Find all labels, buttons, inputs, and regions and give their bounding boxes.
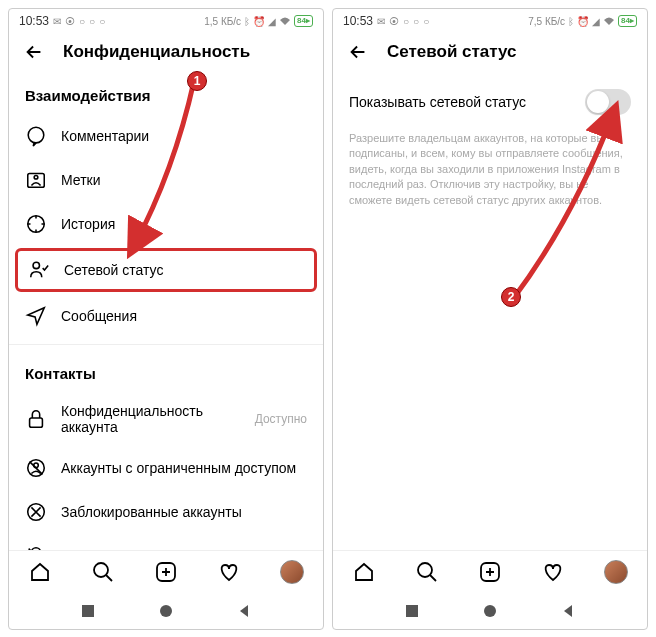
item-blocked[interactable]: Заблокированные аккаунты — [9, 490, 323, 534]
android-navbar — [9, 593, 323, 629]
tab-create[interactable] — [477, 559, 503, 585]
nav-back[interactable] — [560, 603, 576, 619]
tab-profile[interactable] — [279, 559, 305, 585]
signal-icon: ◢ — [592, 16, 600, 27]
wifi-icon — [603, 16, 615, 26]
bluetooth-icon: ᛒ — [568, 16, 574, 27]
annotation-badge-1: 1 — [187, 71, 207, 91]
status-dot-icon: ⦿ — [389, 16, 399, 27]
sms-icon: ✉ — [377, 16, 385, 27]
item-label: Метки — [61, 172, 101, 188]
phone-left: 10:53 ✉ ⦿ ○ ○ ○ 1,5 КБ/с ᛒ ⏰ ◢ 84▸ Конфи… — [8, 8, 324, 630]
bottom-tabs — [9, 550, 323, 593]
svg-rect-5 — [30, 418, 43, 427]
toggle-description: Разрешите владельцам аккаунтов, на котор… — [333, 127, 647, 212]
item-activity-status[interactable]: Сетевой статус — [15, 248, 317, 292]
toggle-knob — [587, 91, 609, 113]
svg-point-4 — [33, 262, 39, 268]
item-label: Заблокированные аккаунты — [61, 504, 242, 520]
wifi-icon — [279, 16, 291, 26]
messages-icon — [25, 305, 47, 327]
avatar — [604, 560, 628, 584]
back-button[interactable] — [347, 41, 369, 63]
alarm-icon: ⏰ — [253, 16, 265, 27]
item-label: Комментарии — [61, 128, 149, 144]
nav-home[interactable] — [482, 603, 498, 619]
status-dot-icon: ○ — [79, 16, 85, 27]
battery-icon: 84▸ — [294, 15, 313, 27]
item-label: Аккаунты с ограниченным доступом — [61, 460, 296, 476]
divider — [9, 344, 323, 345]
svg-rect-11 — [82, 605, 94, 617]
toggle-switch[interactable] — [585, 89, 631, 115]
blocked-icon — [25, 501, 47, 523]
annotation-badge-2: 2 — [501, 287, 521, 307]
svg-point-2 — [34, 175, 38, 179]
restricted-icon — [25, 457, 47, 479]
alarm-icon: ⏰ — [577, 16, 589, 27]
item-label: Конфиденциальность аккаунта — [61, 403, 241, 435]
item-privacy[interactable]: Конфиденциальность аккаунта Доступно — [9, 392, 323, 446]
activity-icon — [28, 259, 50, 281]
item-restricted[interactable]: Аккаунты с ограниченным доступом — [9, 446, 323, 490]
tab-profile[interactable] — [603, 559, 629, 585]
statusbar: 10:53 ✉ ⦿ ○ ○ ○ 1,5 КБ/с ᛒ ⏰ ◢ 84▸ — [9, 9, 323, 31]
item-tags[interactable]: Метки — [9, 158, 323, 202]
page-title: Конфиденциальность — [63, 42, 250, 62]
status-dot-icon: ○ — [413, 16, 419, 27]
history-icon — [25, 213, 47, 235]
back-button[interactable] — [23, 41, 45, 63]
item-muted[interactable]: Аккаунты в немом режиме — [9, 534, 323, 550]
svg-point-12 — [160, 605, 172, 617]
status-dot-icon: ○ — [403, 16, 409, 27]
bottom-tabs — [333, 550, 647, 593]
page-title: Сетевой статус — [387, 42, 517, 62]
toggle-label: Показывать сетевой статус — [349, 94, 526, 110]
toggle-row-activity-status: Показывать сетевой статус — [333, 73, 647, 127]
comment-icon — [25, 125, 47, 147]
tab-activity[interactable] — [540, 559, 566, 585]
tab-home[interactable] — [27, 559, 53, 585]
status-dot-icon: ○ — [99, 16, 105, 27]
svg-point-0 — [28, 127, 44, 143]
nav-recent[interactable] — [404, 603, 420, 619]
android-navbar — [333, 593, 647, 629]
status-dot-icon: ○ — [423, 16, 429, 27]
status-time: 10:53 — [343, 14, 373, 28]
item-label: Сетевой статус — [64, 262, 163, 278]
nav-recent[interactable] — [80, 603, 96, 619]
item-comments[interactable]: Комментарии — [9, 114, 323, 158]
content: Показывать сетевой статус Разрешите влад… — [333, 73, 647, 550]
section-interactions: Взаимодействия — [9, 73, 323, 114]
bluetooth-icon: ᛒ — [244, 16, 250, 27]
item-label: История — [61, 216, 115, 232]
battery-icon: 84▸ — [618, 15, 637, 27]
nav-back[interactable] — [236, 603, 252, 619]
item-history[interactable]: История — [9, 202, 323, 246]
nav-home[interactable] — [158, 603, 174, 619]
signal-icon: ◢ — [268, 16, 276, 27]
sms-icon: ✉ — [53, 16, 61, 27]
statusbar: 10:53 ✉ ⦿ ○ ○ ○ 7,5 КБ/с ᛒ ⏰ ◢ 84▸ — [333, 9, 647, 31]
tab-home[interactable] — [351, 559, 377, 585]
status-dot-icon: ⦿ — [65, 16, 75, 27]
lock-icon — [25, 408, 47, 430]
item-label: Сообщения — [61, 308, 137, 324]
avatar — [280, 560, 304, 584]
svg-point-16 — [484, 605, 496, 617]
svg-point-9 — [94, 563, 108, 577]
tab-search[interactable] — [414, 559, 440, 585]
tab-search[interactable] — [90, 559, 116, 585]
svg-point-13 — [418, 563, 432, 577]
item-messages[interactable]: Сообщения — [9, 294, 323, 338]
status-dot-icon: ○ — [89, 16, 95, 27]
tab-create[interactable] — [153, 559, 179, 585]
header: Сетевой статус — [333, 31, 647, 73]
section-contacts: Контакты — [9, 351, 323, 392]
phone-right: 10:53 ✉ ⦿ ○ ○ ○ 7,5 КБ/с ᛒ ⏰ ◢ 84▸ Сетев… — [332, 8, 648, 630]
header: Конфиденциальность — [9, 31, 323, 73]
svg-rect-15 — [406, 605, 418, 617]
tab-activity[interactable] — [216, 559, 242, 585]
status-time: 10:53 — [19, 14, 49, 28]
content: Взаимодействия Комментарии Метки История… — [9, 73, 323, 550]
